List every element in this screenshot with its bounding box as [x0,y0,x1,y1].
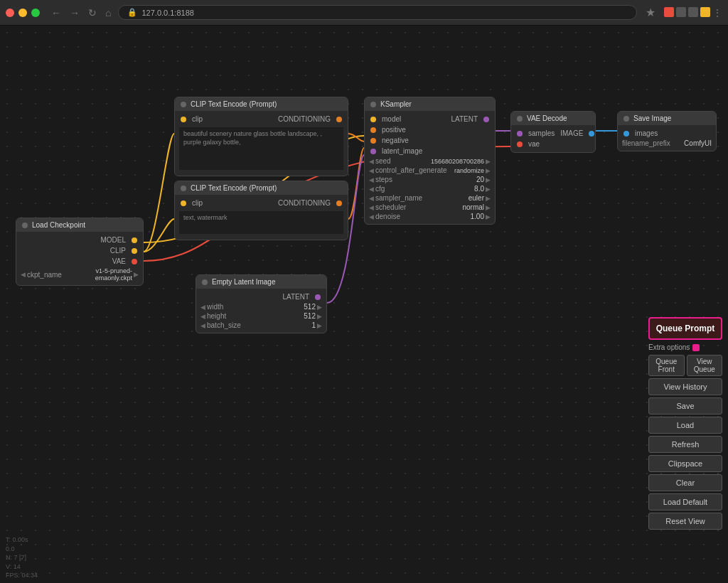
model-in-label: model [382,115,401,123]
url-text: 127.0.0.1:8188 [141,9,193,17]
node-ksampler: KSampler model LATENT positive negative … [364,97,496,225]
save-button[interactable]: Save [648,397,722,414]
positive-port [370,127,376,133]
samples-label: samples [528,129,555,137]
model-label: MODEL [100,236,126,244]
ckpt-label: ckpt_name [27,271,62,279]
refresh-button[interactable]: Refresh [648,436,722,453]
sampler-arrow-left[interactable]: ◀ [369,195,374,202]
denoise-value: 1.00 [449,213,484,220]
cfg-arrow-right[interactable]: ▶ [486,186,491,193]
denoise-row: ◀ denoise 1.00 ▶ [365,212,495,221]
scheduler-arrow-left[interactable]: ◀ [369,204,374,211]
latent-port [315,294,321,300]
clear-button[interactable]: Clear [648,474,722,491]
images-in-row: images [618,128,716,139]
clip2-in-label: clip [192,199,203,207]
seed-arrow-left[interactable]: ◀ [369,158,374,165]
latent-label: LATENT [282,293,309,301]
close-btn[interactable] [6,9,14,17]
empty-latent-header: Empty Latent Image [196,275,326,289]
ckpt-arrow-right[interactable]: ▶ [134,271,139,278]
seed-value: 156680208700286 [431,158,484,165]
clip1-input-row: clip CONDITIONING [175,114,348,124]
reload-button[interactable]: ↻ [85,6,100,20]
scheduler-arrow-right[interactable]: ▶ [486,204,491,211]
seed-label: seed [375,157,429,165]
canvas-area[interactable]: Load Checkpoint MODEL CLIP VAE ◀ ckpt_na… [0,26,728,583]
batch-row: ◀ batch_size 1 ▶ [196,321,326,330]
node-load-checkpoint: Load Checkpoint MODEL CLIP VAE ◀ ckpt_na… [16,218,144,286]
control-label: control_after_generate [375,166,447,174]
vae-port [132,259,137,264]
control-arrow-left[interactable]: ◀ [369,167,374,174]
vae-decode-header: VAE Decode [511,112,595,125]
positive-label: positive [382,126,406,134]
min-btn[interactable] [18,9,27,17]
sampler-arrow-right[interactable]: ▶ [486,195,491,202]
extra-toggle[interactable] [692,344,700,351]
load-button[interactable]: Load [648,417,722,434]
ckpt-arrow-left[interactable]: ◀ [21,271,26,278]
node-dot [22,223,28,228]
denoise-arrow-left[interactable]: ◀ [369,213,374,220]
save-image-body: images filename_prefix ComfyUI [618,125,716,151]
batch-arrow-left[interactable]: ◀ [200,322,205,329]
clip-text2-title: CLIP Text Encode (Prompt) [191,184,277,192]
view-queue-button[interactable]: View Queue [687,355,723,376]
conditioning1-label: CONDITIONING [278,115,331,123]
width-arrow-right[interactable]: ▶ [317,304,322,311]
width-row: ◀ width 512 ▶ [196,302,326,311]
cfg-arrow-left[interactable]: ◀ [369,186,374,193]
view-history-button[interactable]: View History [648,378,722,395]
clip-text1-textarea[interactable]: beautiful scenery nature glass bottle la… [179,127,343,170]
node-clip-text2: CLIP Text Encode (Prompt) clip CONDITION… [174,181,348,240]
samples-port [517,131,523,137]
negative-port [370,138,376,144]
node-vae-decode: VAE Decode samples IMAGE vae [510,111,596,153]
address-bar[interactable]: 🔒 127.0.0.1:8188 [118,5,637,20]
width-arrow-left[interactable]: ◀ [200,304,205,311]
height-arrow-right[interactable]: ▶ [317,313,322,320]
home-button[interactable]: ⌂ [102,6,114,20]
queue-front-button[interactable]: Queue Front [648,355,685,376]
back-button[interactable]: ← [48,6,64,20]
latent-out-label: LATENT [451,115,478,123]
browser-chrome: ← → ↻ ⌂ 🔒 127.0.0.1:8188 ★ ⋮ [0,0,728,26]
reset-view-button[interactable]: Reset View [648,513,722,530]
conditioning2-label: CONDITIONING [278,199,331,207]
clipspace-button[interactable]: Clipspace [648,455,722,472]
batch-label: batch_size [207,321,279,329]
vae-decode-dot [517,116,523,122]
latent-image-row: latent_image [365,146,495,156]
seed-arrow-right[interactable]: ▶ [486,158,491,165]
queue-view-row: Queue Front View Queue [648,355,722,376]
save-image-header: Save Image [618,112,716,125]
status-t: T: 0.00s [6,535,38,545]
load-checkpoint-title: Load Checkpoint [32,221,85,229]
latent-out-port [483,117,489,122]
model-in-port [370,117,376,122]
forward-button[interactable]: → [67,6,82,20]
ksampler-title: KSampler [380,100,412,108]
load-default-button[interactable]: Load Default [648,493,722,510]
extra-options-label: Extra options [648,343,690,351]
denoise-arrow-right[interactable]: ▶ [486,213,491,220]
filename-value: ComfyUI [676,139,712,147]
queue-prompt-button[interactable]: Queue Prompt [648,317,722,340]
ckpt-row: ◀ ckpt_name v1-5-pruned-emaonly.ckpt ▶ [16,267,143,282]
clip-text2-textarea[interactable]: text, watermark [179,211,343,234]
ckpt-value: v1-5-pruned-emaonly.ckpt [63,267,132,282]
height-arrow-left[interactable]: ◀ [200,313,205,320]
clip-text1-header: CLIP Text Encode (Prompt) [175,97,348,111]
latent-image-label: latent_image [382,147,422,155]
batch-arrow-right[interactable]: ▶ [317,322,322,329]
clip-text2-body: clip CONDITIONING text, watermark [175,195,348,240]
control-arrow-right[interactable]: ▶ [486,167,491,174]
status-bar: T: 0.00s 0.0 N: 7 [7] V: 14 FPS: 04:34 [6,535,38,580]
max-btn[interactable] [31,9,40,17]
model-in-row: model LATENT [365,114,495,124]
steps-arrow-right[interactable]: ▶ [486,176,491,183]
steps-arrow-left[interactable]: ◀ [369,176,374,183]
vae-label: VAE [112,257,126,265]
